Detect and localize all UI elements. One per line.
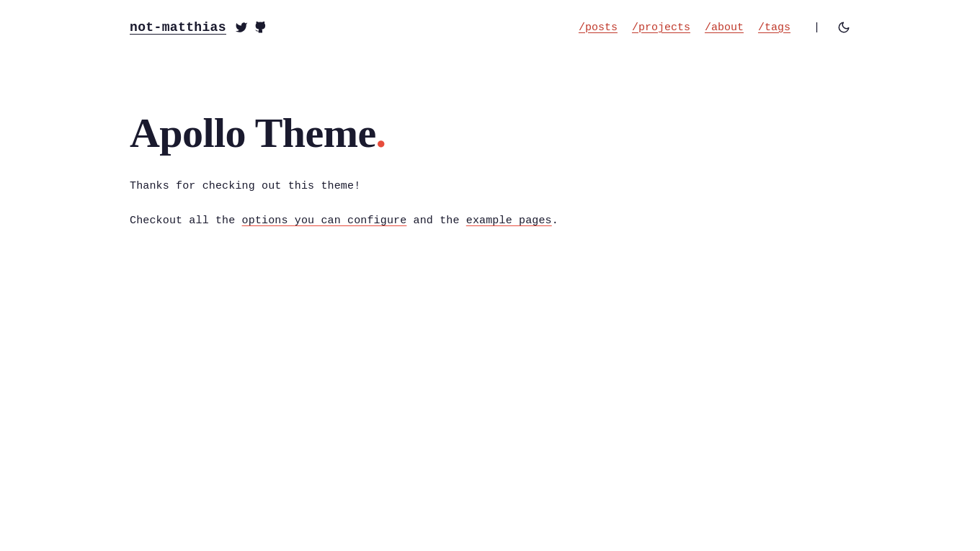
site-title[interactable]: not-matthias <box>130 20 226 35</box>
header-right: /posts /projects /about /tags | <box>573 21 850 34</box>
links-middle: and the <box>414 215 460 227</box>
page-title: Apollo Theme. <box>130 109 850 158</box>
page-description: Thanks for checking out this theme! <box>130 178 850 195</box>
links-prefix: Checkout all the <box>130 215 235 227</box>
main-nav: /posts /projects /about /tags <box>573 22 796 34</box>
github-link[interactable] <box>254 21 267 34</box>
nav-link-projects[interactable]: /projects <box>626 22 696 34</box>
page-title-text: Apollo Theme <box>130 109 376 156</box>
links-suffix: . <box>552 215 558 227</box>
theme-toggle-button[interactable] <box>837 21 850 34</box>
nav-link-about[interactable]: /about <box>699 22 749 34</box>
page-links-line: Checkout all the options you can configu… <box>130 212 850 230</box>
example-pages-link[interactable]: example pages <box>466 215 552 227</box>
options-configure-link[interactable]: options you can configure <box>242 215 407 227</box>
header-icons <box>235 21 267 34</box>
nav-link-posts[interactable]: /posts <box>573 22 623 34</box>
site-header: not-matthias /posts /projects /about /ta… <box>0 0 980 52</box>
title-dot: . <box>376 109 386 156</box>
nav-separator: | <box>811 22 823 34</box>
header-left: not-matthias <box>130 20 267 35</box>
twitter-link[interactable] <box>235 21 248 34</box>
nav-link-tags[interactable]: /tags <box>752 22 796 34</box>
main-content: Apollo Theme. Thanks for checking out th… <box>0 52 980 259</box>
